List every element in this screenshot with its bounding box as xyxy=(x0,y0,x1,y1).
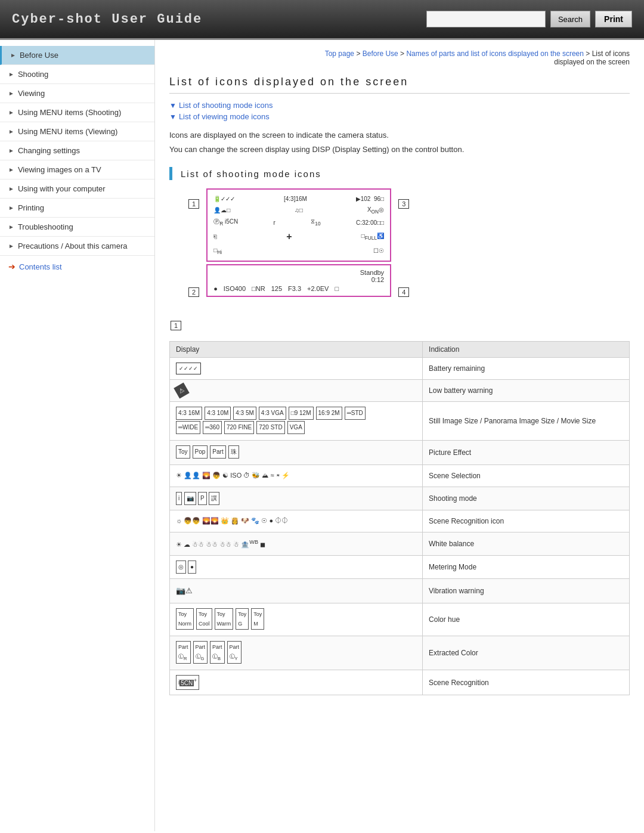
main-content: Top page > Before Use > Names of parts a… xyxy=(155,40,644,831)
arrow-icon: ► xyxy=(8,128,14,135)
ext-sym2: PartⓁG xyxy=(193,641,208,664)
table-cell-display: ☀ 👤👤 🌄 👦 ☯ ISO ⏱ 🐝 ⛰ ≈ ★ ⚡ xyxy=(170,465,423,487)
section-heading-label: List of shooting mode icons xyxy=(181,169,321,179)
sidebar-item-precautions[interactable]: ► Precautions / About this camera xyxy=(0,237,154,256)
table-row: ⚠ Low battery warning xyxy=(170,380,630,402)
table-cell-display: Toy Pop Part 珠 xyxy=(170,441,423,465)
scene-rec-icons: ☼ 👦👦 🌄🌄 👑 👸 🐶 🐾 ☉ ● ⏀⏀ xyxy=(176,515,416,527)
table-col-display: Display xyxy=(170,342,423,358)
breadcrumb-top[interactable]: Top page xyxy=(325,49,354,58)
iso-val: ISO400 xyxy=(224,285,246,292)
sidebar-item-viewing-tv[interactable]: ► Viewing images on a TV xyxy=(0,160,154,179)
mode-val: □ xyxy=(335,285,339,292)
diagram-label-1: 1 xyxy=(188,199,199,209)
table-row: i 📷 P 譔 Shooting mode xyxy=(170,487,630,510)
sidebar-item-printing[interactable]: ► Printing xyxy=(0,199,154,218)
vibration-sym: 📷⚠ xyxy=(176,586,193,595)
effect-sym-3: Part xyxy=(210,445,225,459)
search-button[interactable]: Search xyxy=(550,11,590,27)
arrow-icon: ► xyxy=(8,90,14,97)
table-cell-indication: Scene Selection xyxy=(423,465,630,487)
standby-label: Standby0:12 xyxy=(360,269,384,283)
toc-link-viewing[interactable]: ▼ List of viewing mode icons xyxy=(169,112,630,121)
sidebar-item-shooting[interactable]: ► Shooting xyxy=(0,65,154,84)
arrow-icon: ► xyxy=(8,205,14,211)
sidebar-item-before-use[interactable]: ► Before Use xyxy=(0,46,154,65)
sidebar: ► Before Use ► Shooting ► Viewing ► Usin… xyxy=(0,40,155,831)
arrow-icon: ► xyxy=(8,109,14,116)
table-row: i5CN+ Scene Recognition xyxy=(170,670,630,695)
table-row: ✓✓✓✓ Battery remaining xyxy=(170,358,630,380)
cam-icon-r: r xyxy=(274,218,275,227)
size-sym-8: ═WIDE xyxy=(176,421,200,434)
description-line2: You can change the screen display using … xyxy=(169,144,630,156)
sidebar-item-changing-settings[interactable]: ► Changing settings xyxy=(0,141,154,160)
sidebar-item-using-computer[interactable]: ► Using with your computer xyxy=(0,179,154,199)
diagram-label-2: 2 xyxy=(188,287,199,297)
sidebar-label: Shooting xyxy=(18,70,48,79)
toc-link-shooting-label: List of shooting mode icons xyxy=(179,101,273,110)
wb-indication: White balance xyxy=(429,540,474,548)
header: Cyber-shot User Guide Search Print xyxy=(0,0,644,40)
sidebar-label: Troubleshooting xyxy=(18,222,73,231)
table-cell-display: ✓✓✓✓ xyxy=(170,358,423,380)
sidebar-label: Precautions / About this camera xyxy=(18,241,128,250)
mode-cam: 📷 xyxy=(184,492,196,505)
table-cell-indication: Scene Recognition xyxy=(423,670,630,695)
battery-sym: ✓✓✓✓ xyxy=(176,363,201,374)
scene-rec2-sym: i5CN+ xyxy=(176,675,199,689)
hue-sym3: ToyWarm xyxy=(215,608,234,630)
breadcrumb-names[interactable]: Names of parts and list of icons display… xyxy=(406,49,584,58)
table-row: ToyNorm ToyCool ToyWarm ToyG ToyM Color … xyxy=(170,603,630,636)
table-cell-indication: Low battery warning xyxy=(423,380,630,402)
size-sym-11: 720 STD xyxy=(256,421,284,434)
sidebar-label: Viewing images on a TV xyxy=(18,165,101,174)
mode-p: P xyxy=(198,492,207,505)
triangle-icon: ▼ xyxy=(169,101,177,110)
effect-sym-2: Pop xyxy=(193,445,208,459)
contents-list-link[interactable]: ➔ Contents list xyxy=(0,256,154,277)
table-col-indication: Indication xyxy=(423,342,630,358)
battery-indication: Battery remaining xyxy=(429,364,485,373)
table-cell-indication: Color hue xyxy=(423,603,630,636)
layout: ► Before Use ► Shooting ► Viewing ► Usin… xyxy=(0,40,644,831)
effect-sym-1: Toy xyxy=(176,445,190,459)
search-input[interactable] xyxy=(426,11,546,27)
table-row: PartⓁR PartⓁG PartⓁB PartⓁY Extracted Co… xyxy=(170,636,630,670)
color-hue-indication: Color hue xyxy=(429,615,460,624)
table-row: Toy Pop Part 珠 Picture Effect xyxy=(170,441,630,465)
size-icons-display: 4:3 16M 4:3 10M 4:3 5M 4:3 VGA □9 12M 16… xyxy=(176,407,416,434)
sidebar-item-menu-shooting[interactable]: ► Using MENU items (Shooting) xyxy=(0,103,154,122)
aperture-val: F3.3 xyxy=(288,285,301,292)
cam-icon-c3200: C:32:00□□ xyxy=(356,218,384,227)
sidebar-item-troubleshooting[interactable]: ► Troubleshooting xyxy=(0,218,154,237)
table-cell-indication: Picture Effect xyxy=(423,441,630,465)
ext-sym3: PartⓁB xyxy=(210,641,225,664)
sidebar-item-viewing[interactable]: ► Viewing xyxy=(0,84,154,103)
sidebar-label: Changing settings xyxy=(18,146,80,155)
icons-table: Display Indication ✓✓✓✓ Battery remainin… xyxy=(169,341,630,695)
extracted-color-indication: Extracted Color xyxy=(429,649,478,657)
hue-sym5: ToyM xyxy=(251,608,264,630)
low-battery-icon-display: ⚠ xyxy=(176,385,416,397)
table-cell-display: i 📷 P 譔 xyxy=(170,487,423,510)
arrow-icon: ► xyxy=(8,243,14,249)
app-title: Cyber-shot User Guide xyxy=(12,12,202,27)
arrow-icon: ► xyxy=(8,147,14,154)
metering-display: ◎ ● xyxy=(176,561,416,574)
print-button[interactable]: Print xyxy=(595,11,632,27)
color-hue-display: ToyNorm ToyCool ToyWarm ToyG ToyM xyxy=(176,608,416,630)
arrow-icon: ► xyxy=(8,185,14,192)
size-row1: 4:3 16M 4:3 10M 4:3 5M 4:3 VGA □9 12M 16… xyxy=(176,407,416,420)
sidebar-item-menu-viewing[interactable]: ► Using MENU items (Viewing) xyxy=(0,122,154,141)
diagram-label-4: 4 xyxy=(398,287,409,297)
toc-link-shooting[interactable]: ▼ List of shooting mode icons xyxy=(169,101,630,110)
sidebar-label: Using MENU items (Viewing) xyxy=(18,127,117,136)
scene-rec2-indication: Scene Recognition xyxy=(429,679,489,687)
size-sym-4: 4:3 VGA xyxy=(259,407,286,420)
size-sym-5: □9 12M xyxy=(289,407,314,420)
breadcrumb-before-use[interactable]: Before Use xyxy=(363,49,398,58)
size-sym-7: ═STD xyxy=(345,407,366,420)
low-battery-indication: Low battery warning xyxy=(429,386,493,395)
arrow-icon: ► xyxy=(8,224,14,230)
